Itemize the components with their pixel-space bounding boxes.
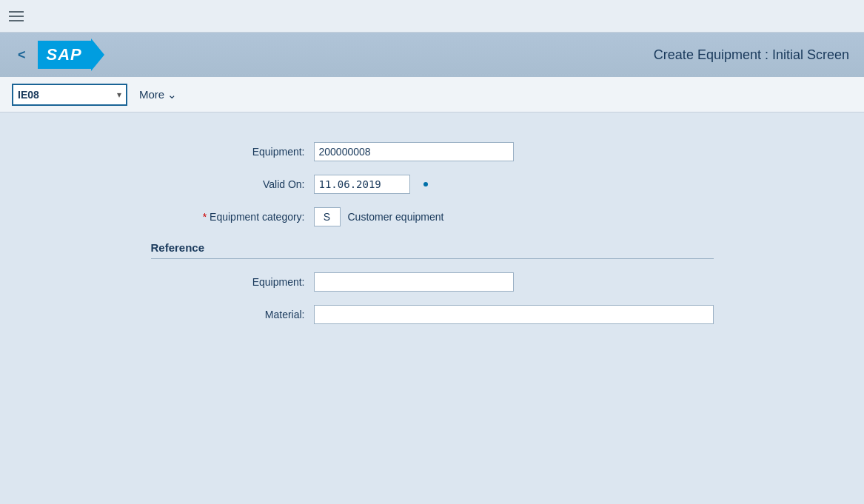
sap-logo-text: SAP bbox=[47, 45, 82, 64]
more-label: More bbox=[139, 88, 164, 101]
header-bar: < SAP Create Equipment : Initial Screen bbox=[0, 33, 864, 77]
ref-material-input[interactable] bbox=[314, 305, 714, 324]
ref-equipment-row: Equipment: bbox=[151, 272, 714, 292]
back-button[interactable]: < bbox=[12, 44, 32, 66]
dot-indicator bbox=[423, 182, 428, 187]
sap-logo-box: SAP bbox=[38, 41, 91, 69]
reference-section: Reference Equipment: Material: bbox=[151, 241, 714, 324]
category-label: *Equipment category: bbox=[151, 211, 314, 223]
category-input[interactable] bbox=[314, 207, 341, 226]
transaction-input[interactable]: IE08 bbox=[18, 89, 114, 101]
main-content: Equipment: Valid On: *Equipment category… bbox=[0, 112, 864, 504]
hamburger-menu[interactable] bbox=[9, 11, 24, 21]
sap-logo: SAP bbox=[38, 38, 104, 71]
equipment-label: Equipment: bbox=[151, 146, 314, 158]
more-chevron-icon: ⌄ bbox=[167, 88, 177, 101]
ref-material-label: Material: bbox=[151, 309, 314, 320]
equipment-input[interactable] bbox=[314, 142, 514, 161]
reference-header: Reference bbox=[151, 241, 714, 259]
toolbar: IE08 ▾ More ⌄ bbox=[0, 77, 864, 112]
menu-bar bbox=[0, 0, 864, 33]
form-section: Equipment: Valid On: *Equipment category… bbox=[151, 142, 714, 226]
transaction-select[interactable]: IE08 ▾ bbox=[12, 84, 127, 106]
page-title: Create Equipment : Initial Screen bbox=[654, 47, 849, 63]
more-button[interactable]: More ⌄ bbox=[133, 85, 183, 104]
validon-input[interactable] bbox=[314, 175, 410, 194]
ref-equipment-label: Equipment: bbox=[151, 276, 314, 288]
category-row: *Equipment category: Customer equipment bbox=[151, 207, 714, 226]
sap-logo-triangle bbox=[91, 38, 104, 71]
validon-row: Valid On: bbox=[151, 175, 714, 194]
equipment-row: Equipment: bbox=[151, 142, 714, 161]
ref-equipment-input[interactable] bbox=[314, 272, 514, 292]
category-description: Customer equipment bbox=[348, 211, 444, 223]
transaction-dropdown-arrow[interactable]: ▾ bbox=[117, 90, 121, 100]
required-star: * bbox=[203, 211, 207, 223]
ref-material-row: Material: bbox=[151, 305, 714, 324]
validon-label: Valid On: bbox=[151, 178, 314, 190]
